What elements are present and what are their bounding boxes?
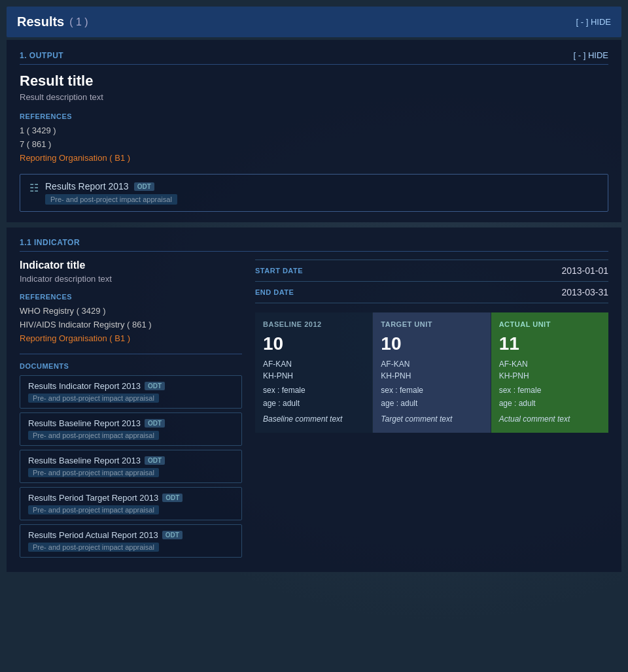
target-value: 10 <box>381 333 482 354</box>
doc-list-item-4: Results Period Actual Report 2013 ODT Pr… <box>20 524 242 558</box>
indicator-right: START DATE 2013-01-01 END DATE 2013-03-3… <box>255 260 608 432</box>
actual-value: 11 <box>499 333 601 354</box>
doc-badge-1: ODT <box>145 419 165 428</box>
indicator-section: 1.1 INDICATOR Indicator title Indicator … <box>7 227 621 571</box>
doc-list-title-4: Results Period Actual Report 2013 ODT <box>28 530 234 540</box>
document-icon: ☷ <box>29 182 39 194</box>
output-section-header: 1. OUTPUT [ - ] HIDE <box>20 50 608 65</box>
doc-list-item-0: Results Indicator Report 2013 ODT Pre- a… <box>20 375 242 409</box>
result-title: Result title <box>20 73 608 90</box>
documents-label: DOCUMENTS <box>20 362 242 370</box>
indicator-title: Indicator title <box>20 260 242 271</box>
output-document-box: ☷ Results Report 2013 ODT Pre- and post-… <box>20 174 608 212</box>
indicator-ref-1: WHO Registry ( 3429 ) <box>20 305 242 318</box>
actual-comment: Actual comment text <box>499 414 601 425</box>
doc-badge-4: ODT <box>162 531 183 539</box>
output-section: 1. OUTPUT [ - ] HIDE Result title Result… <box>7 40 621 222</box>
actual-card: ACTUAL UNIT 11 AF-KAN KH-PNH sex : femal… <box>491 312 608 432</box>
start-date-row: START DATE 2013-01-01 <box>255 260 608 282</box>
doc-list-subtitle-1: Pre- and post-project impact appraisal <box>28 431 159 440</box>
output-hide-button[interactable]: [ - ] HIDE <box>574 50 608 60</box>
baseline-geo: AF-KAN KH-PNH <box>263 358 364 382</box>
output-doc-subtitle: Pre- and post-project impact appraisal <box>45 194 177 205</box>
doc-list-item-1: Results Baseline Report 2013 ODT Pre- an… <box>20 412 242 446</box>
indicator-section-label: 1.1 INDICATOR <box>20 238 608 252</box>
target-detail: sex : female age : adult <box>381 384 482 409</box>
doc-badge-3: ODT <box>162 494 183 502</box>
output-doc-badge: ODT <box>134 182 154 191</box>
output-section-label: 1. OUTPUT <box>20 51 63 60</box>
doc-badge-0: ODT <box>145 382 165 390</box>
baseline-comment: Baseline comment text <box>263 414 364 425</box>
results-title: Results <box>17 14 64 29</box>
target-card: TARGET UNIT 10 AF-KAN KH-PNH sex : femal… <box>373 312 491 432</box>
actual-geo: AF-KAN KH-PNH <box>499 358 601 382</box>
start-date-label: START DATE <box>255 267 303 275</box>
doc-list-subtitle-2: Pre- and post-project impact appraisal <box>28 468 159 477</box>
actual-header: ACTUAL UNIT <box>499 320 601 328</box>
results-hide-button[interactable]: [ - ] HIDE <box>576 17 611 27</box>
indicator-layout: Indicator title Indicator description te… <box>20 260 608 561</box>
indicator-description: Indicator description text <box>20 274 242 284</box>
divider-1 <box>20 354 242 354</box>
doc-list-title-3: Results Period Target Report 2013 ODT <box>28 493 234 503</box>
doc-list-item-3: Results Period Target Report 2013 ODT Pr… <box>20 487 242 520</box>
output-ref-2: 7 ( 861 ) <box>20 138 608 152</box>
indicator-left: Indicator title Indicator description te… <box>20 260 242 561</box>
results-header-left: Results ( 1 ) <box>17 14 88 29</box>
baseline-value: 10 <box>263 333 364 354</box>
indicator-ref-2: HIV/AIDS Indicator Registry ( 861 ) <box>20 318 242 332</box>
indicator-reporting-org-link[interactable]: Reporting Organisation ( B1 ) <box>20 332 242 346</box>
end-date-row: END DATE 2013-03-31 <box>255 282 608 303</box>
results-header: Results ( 1 ) [ - ] HIDE <box>7 7 621 37</box>
doc-list-subtitle-0: Pre- and post-project impact appraisal <box>28 394 159 403</box>
indicator-references-label: REFERENCES <box>20 293 242 301</box>
target-header: TARGET UNIT <box>381 320 482 328</box>
doc-list-title-0: Results Indicator Report 2013 ODT <box>28 381 234 391</box>
baseline-detail: sex : female age : adult <box>263 384 364 409</box>
target-comment: Target comment text <box>381 414 482 425</box>
doc-list-title-2: Results Baseline Report 2013 ODT <box>28 456 234 465</box>
start-date-value: 2013-01-01 <box>561 265 608 276</box>
doc-list-subtitle-3: Pre- and post-project impact appraisal <box>28 505 159 514</box>
doc-list-item-2: Results Baseline Report 2013 ODT Pre- an… <box>20 450 242 483</box>
doc-badge-2: ODT <box>145 456 165 465</box>
output-ref-1: 1 ( 3429 ) <box>20 124 608 138</box>
main-container: Results ( 1 ) [ - ] HIDE 1. OUTPUT [ - ]… <box>0 0 628 579</box>
end-date-label: END DATE <box>255 288 294 296</box>
output-doc-title: Results Report 2013 ODT <box>45 181 177 192</box>
actual-detail: sex : female age : adult <box>499 384 601 409</box>
baseline-card: BASELINE 2012 10 AF-KAN KH-PNH sex : fem… <box>255 312 373 432</box>
baseline-header: BASELINE 2012 <box>263 320 364 328</box>
output-reporting-org-link[interactable]: Reporting Organisation ( B1 ) <box>20 152 608 165</box>
doc-list-title-1: Results Baseline Report 2013 ODT <box>28 418 234 428</box>
output-doc-content: Results Report 2013 ODT Pre- and post-pr… <box>45 181 177 205</box>
doc-list-subtitle-4: Pre- and post-project impact appraisal <box>28 543 159 552</box>
output-references-label: REFERENCES <box>20 112 608 120</box>
target-geo: AF-KAN KH-PNH <box>381 358 482 382</box>
result-description: Result description text <box>20 92 608 102</box>
end-date-value: 2013-03-31 <box>561 287 608 297</box>
results-count: ( 1 ) <box>69 16 88 28</box>
metrics-row: BASELINE 2012 10 AF-KAN KH-PNH sex : fem… <box>255 312 608 432</box>
